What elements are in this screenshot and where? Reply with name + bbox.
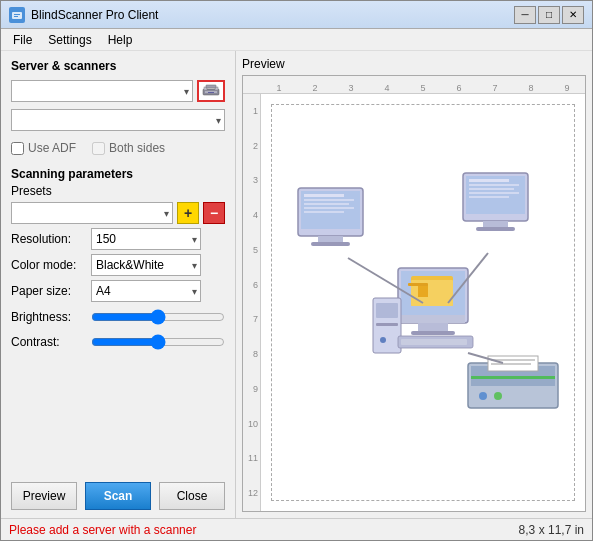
server-section-label: Server & scanners	[11, 59, 225, 73]
ruler-left-11: 11	[243, 442, 260, 477]
preview-area: 1 2 3 4 5 6 7 8 9 1 2 3 4	[242, 75, 586, 512]
menu-file[interactable]: File	[5, 31, 40, 49]
ruler-left-7: 7	[243, 303, 260, 338]
ruler-top-3: 3	[333, 83, 369, 93]
scan-button[interactable]: Scan	[85, 482, 151, 510]
app-icon	[9, 7, 25, 23]
ruler-left-2: 2	[243, 129, 260, 164]
resolution-select[interactable]: 150 300 600	[91, 228, 201, 250]
ruler-left-8: 8	[243, 337, 260, 372]
options-row: Use ADF Both sides	[11, 141, 225, 155]
preview-canvas	[261, 94, 585, 511]
ruler-top-6: 6	[441, 83, 477, 93]
contrast-row: Contrast:	[11, 332, 225, 352]
color-mode-select-wrapper: Black&White Grayscale Color	[91, 254, 201, 276]
close-window-button[interactable]: ✕	[562, 6, 584, 24]
scanner-select[interactable]	[11, 109, 225, 131]
add-preset-button[interactable]: +	[177, 202, 199, 224]
selection-border	[271, 104, 575, 501]
menu-bar: File Settings Help	[1, 29, 592, 51]
use-adf-checkbox[interactable]	[11, 142, 24, 155]
color-mode-row: Color mode: Black&White Grayscale Color	[11, 254, 225, 276]
ruler-top-marks: 1 2 3 4 5 6 7 8 9	[261, 83, 585, 93]
both-sides-label[interactable]: Both sides	[92, 141, 165, 155]
ruler-top-5: 5	[405, 83, 441, 93]
scan-params-section: Scanning parameters Presets + − Resoluti…	[11, 167, 225, 357]
presets-select[interactable]	[11, 202, 173, 224]
paper-size-label: Paper size:	[11, 284, 91, 298]
right-panel: Preview 1 2 3 4 5 6 7 8 9	[236, 51, 592, 518]
brightness-label: Brightness:	[11, 310, 91, 324]
ruler-left-9: 9	[243, 372, 260, 407]
ruler-top-8: 8	[513, 83, 549, 93]
server-select[interactable]	[11, 80, 193, 102]
both-sides-checkbox[interactable]	[92, 142, 105, 155]
resolution-select-wrapper: 150 300 600	[91, 228, 201, 250]
color-mode-select[interactable]: Black&White Grayscale Color	[91, 254, 201, 276]
bottom-buttons: Preview Scan Close	[11, 474, 225, 510]
brightness-slider[interactable]	[91, 307, 225, 327]
status-size-text: 8,3 x 11,7 in	[519, 523, 584, 537]
presets-select-wrapper	[11, 202, 173, 224]
scan-params-label: Scanning parameters	[11, 167, 225, 181]
menu-help[interactable]: Help	[100, 31, 141, 49]
ruler-top-2: 2	[297, 83, 333, 93]
scanner-icon	[202, 83, 220, 99]
remove-preset-button[interactable]: −	[203, 202, 225, 224]
status-error-text: Please add a server with a scanner	[9, 523, 519, 537]
paper-size-select-wrapper: A4 Letter Legal	[91, 280, 201, 302]
ruler-left-12: 12	[243, 476, 260, 511]
window-title: BlindScanner Pro Client	[31, 8, 514, 22]
svg-rect-1	[14, 14, 20, 15]
ruler-left: 1 2 3 4 5 6 7 8 9 10 11 12	[243, 94, 261, 511]
svg-rect-8	[208, 92, 214, 93]
ruler-left-5: 5	[243, 233, 260, 268]
contrast-slider[interactable]	[91, 332, 225, 352]
preview-button[interactable]: Preview	[11, 482, 77, 510]
window-controls: ─ □ ✕	[514, 6, 584, 24]
ruler-top: 1 2 3 4 5 6 7 8 9	[243, 76, 585, 94]
server-row	[11, 80, 225, 102]
left-panel: Server & scanners	[1, 51, 236, 518]
close-button[interactable]: Close	[159, 482, 225, 510]
resolution-label: Resolution:	[11, 232, 91, 246]
minimize-button[interactable]: ─	[514, 6, 536, 24]
scanner-row	[11, 109, 225, 131]
contrast-label: Contrast:	[11, 335, 91, 349]
maximize-button[interactable]: □	[538, 6, 560, 24]
ruler-left-6: 6	[243, 268, 260, 303]
ruler-top-1: 1	[261, 83, 297, 93]
ruler-top-9: 9	[549, 83, 585, 93]
preview-label: Preview	[242, 57, 586, 71]
ruler-left-3: 3	[243, 164, 260, 199]
ruler-top-7: 7	[477, 83, 513, 93]
scanner-select-wrapper	[11, 109, 225, 131]
svg-rect-2	[14, 16, 18, 17]
ruler-top-4: 4	[369, 83, 405, 93]
menu-settings[interactable]: Settings	[40, 31, 99, 49]
title-bar: BlindScanner Pro Client ─ □ ✕	[1, 1, 592, 29]
svg-rect-7	[206, 85, 216, 88]
ruler-left-1: 1	[243, 94, 260, 129]
scanner-icon-button[interactable]	[197, 80, 225, 102]
brightness-row: Brightness:	[11, 307, 225, 327]
ruler-left-4: 4	[243, 198, 260, 233]
resolution-row: Resolution: 150 300 600	[11, 228, 225, 250]
status-bar: Please add a server with a scanner 8,3 x…	[1, 518, 592, 540]
presets-label: Presets	[11, 184, 225, 198]
ruler-left-10: 10	[243, 407, 260, 442]
paper-size-select[interactable]: A4 Letter Legal	[91, 280, 201, 302]
color-mode-label: Color mode:	[11, 258, 91, 272]
presets-row: + −	[11, 202, 225, 224]
svg-rect-0	[12, 12, 22, 19]
main-content: Server & scanners	[1, 51, 592, 518]
use-adf-label[interactable]: Use ADF	[11, 141, 76, 155]
main-window: BlindScanner Pro Client ─ □ ✕ File Setti…	[0, 0, 593, 541]
server-select-wrapper	[11, 80, 193, 102]
paper-size-row: Paper size: A4 Letter Legal	[11, 280, 225, 302]
